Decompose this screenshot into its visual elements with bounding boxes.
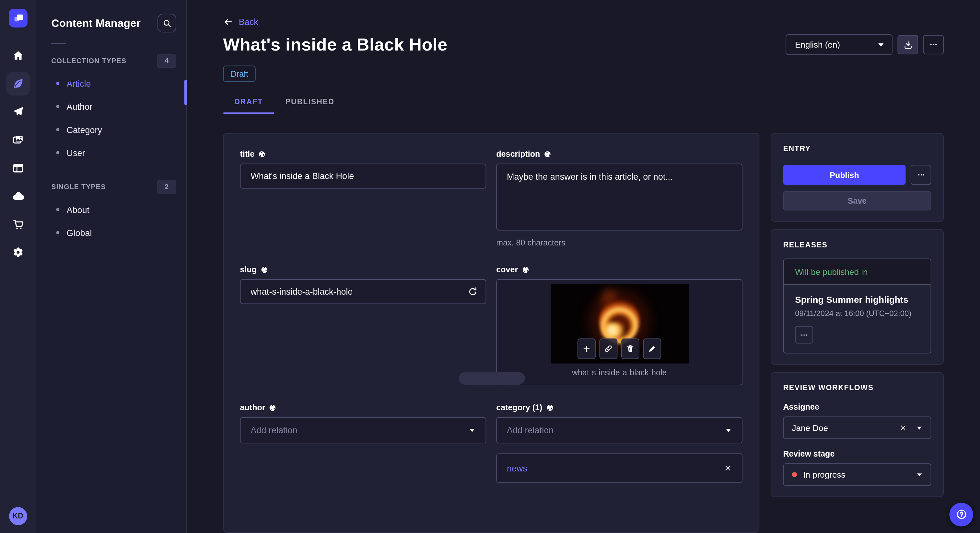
question-mark-icon <box>955 508 967 520</box>
release-card-header: Will be published in <box>784 259 931 285</box>
locale-select[interactable]: English (en) <box>786 34 892 55</box>
back-link[interactable]: Back <box>223 17 258 27</box>
header-more-button[interactable] <box>923 35 944 54</box>
edit-media-button[interactable] <box>643 338 661 359</box>
i18n-globe-icon <box>546 404 554 411</box>
add-media-button[interactable] <box>578 338 596 359</box>
category-relation-item: news <box>496 453 743 483</box>
sidebar-title: Content Manager <box>51 16 141 30</box>
field-label: description <box>496 149 540 159</box>
chevron-down-icon <box>878 42 885 47</box>
user-avatar[interactable]: KD <box>9 507 27 525</box>
field-cover: cover <box>496 265 743 385</box>
export-download-button[interactable] <box>897 35 918 54</box>
sidebar-item-label: Article <box>67 78 91 89</box>
version-tabs: DRAFT PUBLISHED <box>223 97 944 114</box>
regenerate-slug-icon[interactable] <box>468 286 478 297</box>
tab-published[interactable]: PUBLISHED <box>274 97 346 114</box>
description-textarea[interactable]: Maybe the answer is in this article, or … <box>496 163 743 230</box>
search-button[interactable] <box>158 14 176 32</box>
description-hint: max. 80 characters <box>496 238 743 247</box>
content-manager-icon[interactable] <box>6 72 30 95</box>
entry-panel: ENTRY Publish Save <box>771 133 944 222</box>
sidebar-item-global[interactable]: Global <box>36 221 186 244</box>
title-input[interactable] <box>240 163 487 189</box>
entry-more-button[interactable] <box>911 165 931 185</box>
field-author: author Add relation <box>240 403 487 483</box>
chevron-down-icon <box>916 473 922 477</box>
home-icon[interactable] <box>6 44 30 67</box>
sidebar-item-about[interactable]: About <box>36 198 186 221</box>
settings-gear-icon[interactable] <box>6 240 30 264</box>
sidebar-item-label: Global <box>67 228 92 238</box>
i18n-globe-icon <box>269 404 277 411</box>
releases-panel: RELEASES Will be published in Spring Sum… <box>771 229 944 365</box>
add-component-button[interactable] <box>459 372 525 385</box>
content-type-builder-icon[interactable] <box>6 156 30 180</box>
arrow-left-icon <box>223 17 233 27</box>
remove-relation-icon[interactable] <box>724 464 732 472</box>
field-label: cover <box>496 265 518 274</box>
save-button[interactable]: Save <box>783 191 931 211</box>
section-count-badge: 2 <box>157 179 176 194</box>
sidebar-item-label: About <box>67 205 89 215</box>
field-title: title <box>240 149 487 247</box>
category-relation-select[interactable]: Add relation <box>496 417 743 443</box>
relation-link-news[interactable]: news <box>507 463 527 473</box>
sidebar-item-label: Author <box>67 102 92 111</box>
release-more-button[interactable] <box>795 326 813 344</box>
assignee-value: Jane Doe <box>792 423 899 433</box>
media-library-icon[interactable] <box>6 128 30 152</box>
status-badge: Draft <box>223 65 256 82</box>
field-slug: slug <box>240 265 487 385</box>
clear-assignee-icon[interactable] <box>899 424 907 431</box>
cover-image[interactable] <box>550 284 688 363</box>
review-stage-label: Review stage <box>783 449 931 458</box>
help-button[interactable] <box>949 503 973 526</box>
i18n-globe-icon <box>522 266 529 273</box>
i18n-globe-icon <box>258 150 266 158</box>
app-window: KD Content Manager COLLECTION TYPES 4 Ar… <box>0 0 980 533</box>
download-icon <box>903 40 913 49</box>
section-count-badge: 4 <box>157 54 176 68</box>
sidebar-item-user[interactable]: User <box>36 141 186 164</box>
release-card: Will be published in Spring Summer highl… <box>783 259 931 353</box>
bullet-dot <box>56 231 59 234</box>
single-types-section: SINGLE TYPES 2 About Global <box>36 179 186 244</box>
strapi-logo[interactable] <box>0 0 36 36</box>
release-date: 09/11/2024 at 16:00 (UTC+02:00) <box>795 309 920 318</box>
publish-button[interactable]: Publish <box>783 165 905 185</box>
cloud-icon[interactable] <box>6 184 30 208</box>
release-name: Spring Summer highlights <box>795 295 920 305</box>
sidebar-item-category[interactable]: Category <box>36 118 186 141</box>
entry-panel-title: ENTRY <box>783 144 931 153</box>
author-relation-select[interactable]: Add relation <box>240 417 487 443</box>
review-stage-select[interactable]: In progress <box>783 463 931 486</box>
delete-media-button[interactable] <box>621 338 640 359</box>
i18n-globe-icon <box>544 150 551 158</box>
bullet-dot <box>56 128 59 131</box>
sidebar-item-author[interactable]: Author <box>36 95 186 118</box>
field-label: slug <box>240 265 257 274</box>
review-panel-title: REVIEW WORKFLOWS <box>783 383 931 392</box>
cover-media-box: what-s-inside-a-black-hole <box>496 279 743 385</box>
chevron-down-icon <box>469 428 476 433</box>
copy-link-button[interactable] <box>599 338 617 359</box>
i18n-globe-icon <box>261 266 268 273</box>
chevron-down-icon <box>725 428 732 433</box>
marketplace-cart-icon[interactable] <box>6 213 30 236</box>
content-manager-sidebar: Content Manager COLLECTION TYPES 4 Artic… <box>36 0 187 533</box>
collection-types-section: COLLECTION TYPES 4 Article Author Catego… <box>36 53 186 164</box>
chevron-down-icon <box>916 425 922 430</box>
author-placeholder: Add relation <box>250 425 297 435</box>
releases-icon[interactable] <box>6 100 30 124</box>
sidebar-item-article[interactable]: Article <box>36 72 186 95</box>
right-panel-column: ENTRY Publish Save RELEASES Will be publ… <box>771 133 944 497</box>
slug-input[interactable] <box>240 279 487 304</box>
assignee-select[interactable]: Jane Doe <box>783 416 931 439</box>
cover-filename: what-s-inside-a-black-hole <box>572 368 667 377</box>
back-label: Back <box>239 17 258 27</box>
bullet-dot <box>56 151 59 154</box>
tab-draft[interactable]: DRAFT <box>223 97 274 114</box>
more-dots-icon <box>916 170 925 179</box>
